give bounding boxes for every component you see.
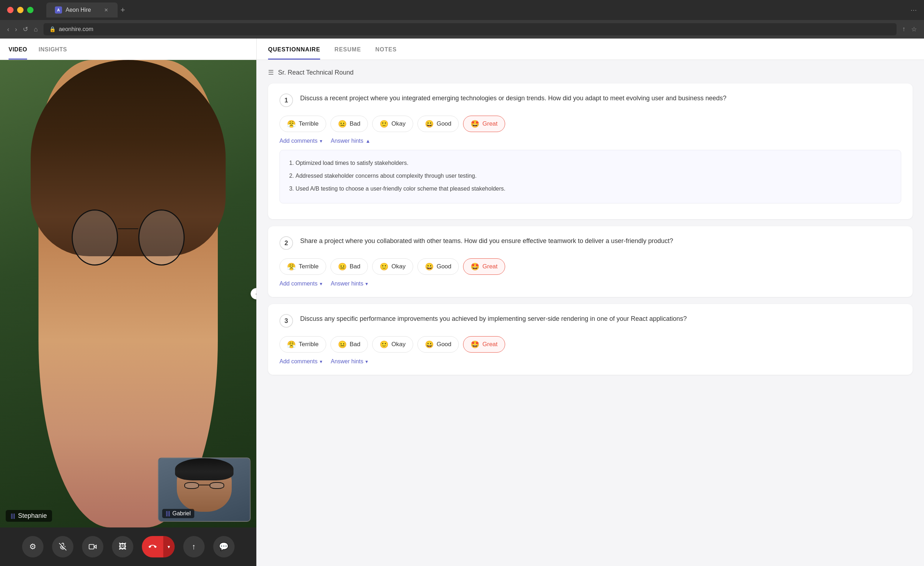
screen-share-button[interactable]: 🖼: [112, 536, 134, 557]
answer-hints-q2[interactable]: Answer hints ▾: [331, 280, 368, 287]
browser-tab-aeonhire[interactable]: A Aeon Hire ✕: [46, 3, 118, 18]
main-video-name-tag: ||| Stephanie: [6, 510, 52, 522]
tab-insights[interactable]: INSIGHTS: [39, 39, 67, 60]
question-1-text: Discuss a recent project where you integ…: [300, 93, 901, 103]
rating-great-q3[interactable]: 🤩 Great: [463, 336, 505, 352]
question-1-header: 1 Discuss a recent project where you int…: [279, 93, 901, 107]
rating-okay-q2[interactable]: 🙂 Okay: [372, 258, 413, 275]
back-button[interactable]: ‹: [7, 26, 9, 33]
right-panel: QUESTIONNAIRE RESUME NOTES ☰ Sr. React T…: [256, 39, 924, 566]
video-controls-bar: ⚙ 🖼 ▾ ↑ 💬: [0, 527, 256, 566]
add-comments-q2[interactable]: Add comments ▾: [279, 280, 322, 287]
mic-active-icon: |||: [11, 513, 15, 519]
hint-item: Optimized load times to satisfy stakehol…: [296, 157, 892, 169]
question-1-ratings: 😤 Terrible 😐 Bad 🙂 Okay 😀 Good: [279, 116, 901, 132]
question-1-actions: Add comments ▾ Answer hints ▲: [279, 138, 901, 144]
rating-bad-q2[interactable]: 😐 Bad: [330, 258, 368, 275]
new-tab-button[interactable]: +: [120, 5, 125, 15]
question-3-header: 3 Discuss any specific performance impro…: [279, 314, 901, 328]
rating-great-q1[interactable]: 🤩 Great: [463, 116, 505, 132]
tab-favicon: A: [55, 6, 62, 14]
round-title: Sr. React Technical Round: [278, 69, 354, 76]
traffic-lights: [7, 7, 33, 13]
browser-chrome: A Aeon Hire ✕ + ⋯ ‹ › ↺ ⌂ 🔒 aeonhire.com…: [0, 0, 924, 39]
tab-video[interactable]: VIDEO: [9, 39, 27, 60]
tab-notes[interactable]: NOTES: [375, 39, 397, 60]
share-icon[interactable]: ↑: [902, 26, 906, 33]
minimize-button[interactable]: [17, 7, 24, 13]
question-card-1: 1 Discuss a recent project where you int…: [268, 83, 913, 219]
question-2-actions: Add comments ▾ Answer hints ▾: [279, 280, 901, 287]
home-button[interactable]: ⌂: [34, 26, 38, 33]
tab-bar: A Aeon Hire ✕ +: [46, 3, 905, 18]
answer-hints-q3[interactable]: Answer hints ▾: [331, 358, 368, 365]
round-icon: ☰: [268, 69, 274, 76]
close-button[interactable]: [7, 7, 14, 13]
panel-tabs: VIDEO INSIGHTS: [0, 39, 256, 60]
question-3-actions: Add comments ▾ Answer hints ▾: [279, 358, 901, 365]
question-3-number: 3: [279, 314, 293, 328]
settings-button[interactable]: ⚙: [22, 536, 44, 557]
svg-marker-1: [94, 545, 96, 548]
pip-video-name-tag: ||| Gabriel: [162, 509, 194, 518]
rating-good-q2[interactable]: 😀 Good: [417, 258, 459, 275]
browser-controls: ‹ › ↺ ⌂ 🔒 aeonhire.com ↑ ☆: [0, 20, 924, 39]
questionnaire-content: ☰ Sr. React Technical Round 1 Discuss a …: [256, 60, 924, 566]
end-call-dropdown[interactable]: ▾: [163, 536, 175, 557]
rating-good-q1[interactable]: 😀 Good: [417, 116, 459, 132]
round-header: ☰ Sr. React Technical Round: [268, 69, 913, 76]
mute-button[interactable]: [52, 536, 74, 557]
video-area: ||| Stephanie ||| Gabriel: [0, 60, 256, 527]
camera-button[interactable]: [82, 536, 104, 557]
left-panel: VIDEO INSIGHTS ||| Ste: [0, 39, 256, 566]
pip-video: ||| Gabriel: [158, 458, 250, 522]
rating-okay-q3[interactable]: 🙂 Okay: [372, 336, 413, 352]
question-3-ratings: 😤 Terrible 😐 Bad 🙂 Okay 😀 Good: [279, 336, 901, 352]
window-controls: ⋯: [910, 6, 917, 14]
question-2-header: 2 Share a project where you collaborated…: [279, 236, 901, 250]
end-call-group: ▾: [142, 536, 175, 557]
question-card-2: 2 Share a project where you collaborated…: [268, 226, 913, 297]
right-panel-tabs: QUESTIONNAIRE RESUME NOTES: [256, 39, 924, 60]
forward-button[interactable]: ›: [15, 26, 17, 33]
add-comments-q3[interactable]: Add comments ▾: [279, 358, 322, 365]
browser-titlebar: A Aeon Hire ✕ + ⋯: [0, 0, 924, 20]
tab-close-button[interactable]: ✕: [104, 7, 109, 13]
pip-participant-name: Gabriel: [172, 510, 191, 517]
rating-great-q2[interactable]: 🤩 Great: [463, 258, 505, 275]
svg-rect-2: [89, 545, 94, 549]
question-3-text: Discuss any specific performance improve…: [300, 314, 901, 324]
rating-terrible-q2[interactable]: 😤 Terrible: [279, 258, 326, 275]
address-bar[interactable]: 🔒 aeonhire.com: [44, 23, 897, 35]
rating-okay-q1[interactable]: 🙂 Okay: [372, 116, 413, 132]
maximize-button[interactable]: [27, 7, 33, 13]
tab-title: Aeon Hire: [66, 7, 91, 13]
tab-resume[interactable]: RESUME: [334, 39, 361, 60]
question-1-number: 1: [279, 93, 293, 107]
rating-terrible-q3[interactable]: 😤 Terrible: [279, 336, 326, 352]
main-participant-name: Stephanie: [18, 512, 47, 519]
main-video: ||| Stephanie ||| Gabriel: [0, 60, 256, 527]
hints-box-q1: Optimized load times to satisfy stakehol…: [279, 150, 901, 203]
refresh-button[interactable]: ↺: [23, 26, 28, 33]
answer-hints-q1[interactable]: Answer hints ▲: [331, 138, 370, 144]
app-container: VIDEO INSIGHTS ||| Ste: [0, 39, 924, 566]
end-call-button[interactable]: [142, 536, 163, 557]
rating-bad-q1[interactable]: 😐 Bad: [330, 116, 368, 132]
rating-good-q3[interactable]: 😀 Good: [417, 336, 459, 352]
bookmark-icon[interactable]: ☆: [911, 26, 917, 33]
upload-button[interactable]: ↑: [183, 536, 205, 557]
pip-mic-icon: |||: [166, 510, 170, 517]
question-2-text: Share a project where you collaborated w…: [300, 236, 901, 246]
rating-terrible-q1[interactable]: 😤 Terrible: [279, 116, 326, 132]
question-2-ratings: 😤 Terrible 😐 Bad 🙂 Okay 😀 Good: [279, 258, 901, 275]
hint-item: Used A/B testing to choose a user-friend…: [296, 183, 892, 194]
tab-questionnaire[interactable]: QUESTIONNAIRE: [268, 39, 320, 60]
url-display: aeonhire.com: [59, 26, 93, 33]
add-comments-q1[interactable]: Add comments ▾: [279, 138, 322, 144]
question-2-number: 2: [279, 236, 293, 250]
hints-list-q1: Optimized load times to satisfy stakehol…: [296, 157, 892, 194]
chat-button[interactable]: 💬: [213, 536, 235, 557]
rating-bad-q3[interactable]: 😐 Bad: [330, 336, 368, 352]
question-card-3: 3 Discuss any specific performance impro…: [268, 304, 913, 375]
